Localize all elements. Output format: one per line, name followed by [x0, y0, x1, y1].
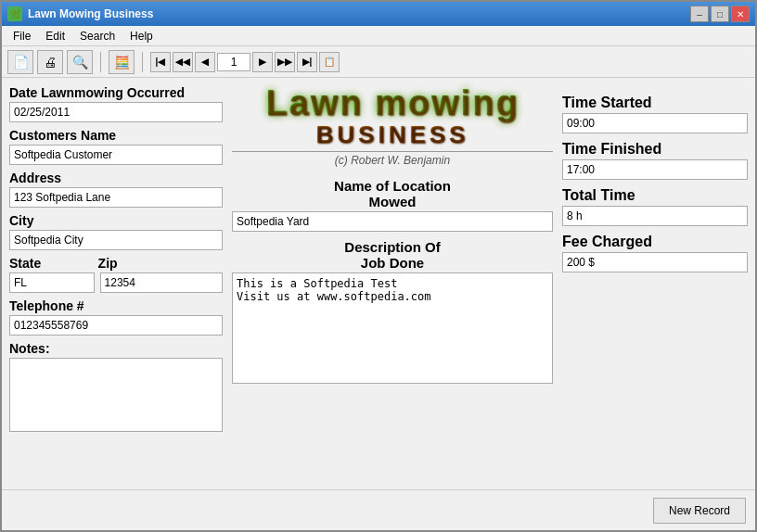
- new-button[interactable]: 📄: [7, 50, 33, 74]
- state-zip-section: State Zip: [9, 256, 223, 293]
- fee-charged-label: Fee Charged: [562, 234, 748, 250]
- date-input[interactable]: [9, 102, 223, 122]
- calc-button[interactable]: 🧮: [109, 50, 135, 74]
- location-section: Name of Location Mowed: [232, 178, 553, 232]
- telephone-input[interactable]: [9, 315, 223, 336]
- nav-controls: |◀ ◀◀ ◀ 1 ▶ ▶▶ ▶| 📋: [150, 52, 340, 72]
- address-section: Address: [9, 171, 223, 208]
- time-started-label: Time Started: [562, 95, 748, 111]
- right-column: Time Started Time Finished Total Time Fe…: [562, 85, 748, 482]
- main-window: 🌿 Lawn Mowing Business – □ ✕ File Edit S…: [0, 0, 757, 532]
- customers-name-label: Customers Name: [9, 128, 223, 143]
- city-label: City: [9, 213, 223, 228]
- fee-charged-input[interactable]: [562, 252, 748, 272]
- address-input[interactable]: [9, 187, 223, 208]
- nav-next-many-button[interactable]: ▶▶: [275, 52, 295, 72]
- window-title: Lawn Mowing Business: [28, 7, 690, 20]
- lawn-title: Lawn mowing: [265, 85, 519, 120]
- notes-label: Notes:: [9, 341, 223, 356]
- toolbar: 📄 🖨 🔍 🧮 |◀ ◀◀ ◀ 1 ▶ ▶▶ ▶| 📋: [2, 46, 755, 78]
- notes-section: Notes:: [9, 341, 223, 435]
- description-label: Description Of Job Done: [232, 239, 553, 271]
- telephone-label: Telephone #: [9, 298, 223, 313]
- time-started-section: Time Started: [562, 95, 748, 133]
- customers-name-section: Customers Name: [9, 128, 223, 165]
- menu-help[interactable]: Help: [122, 28, 160, 44]
- menu-bar: File Edit Search Help: [2, 26, 755, 46]
- customers-name-input[interactable]: [9, 145, 223, 165]
- nav-first-button[interactable]: |◀: [150, 52, 171, 72]
- toolbar-separator: [100, 52, 101, 72]
- address-label: Address: [9, 171, 223, 185]
- nav-prev-many-button[interactable]: ◀◀: [173, 52, 193, 72]
- maximize-button[interactable]: □: [711, 6, 729, 22]
- state-zip-labels: State Zip: [9, 256, 223, 272]
- main-content: Date Lawnmowing Occurred Customers Name …: [2, 78, 755, 489]
- print-button[interactable]: 🖨: [37, 50, 63, 74]
- menu-file[interactable]: File: [6, 28, 38, 44]
- bottom-bar: New Record: [2, 489, 755, 530]
- minimize-button[interactable]: –: [690, 6, 709, 22]
- state-zip-row: [9, 272, 223, 293]
- notes-textarea[interactable]: [9, 358, 223, 432]
- menu-search[interactable]: Search: [72, 28, 122, 44]
- total-time-input[interactable]: [562, 206, 748, 226]
- window-controls: – □ ✕: [690, 6, 750, 22]
- state-input[interactable]: [9, 272, 95, 293]
- left-column: Date Lawnmowing Occurred Customers Name …: [9, 85, 223, 482]
- toolbar-separator-2: [142, 52, 143, 72]
- new-record-button[interactable]: New Record: [653, 498, 746, 524]
- zip-input[interactable]: [100, 272, 223, 293]
- location-label: Name of Location Mowed: [232, 178, 553, 209]
- search-button[interactable]: 🔍: [67, 50, 93, 74]
- menu-edit[interactable]: Edit: [38, 28, 72, 44]
- date-label: Date Lawnmowing Occurred: [9, 85, 223, 100]
- total-time-section: Total Time: [562, 187, 748, 226]
- time-started-input[interactable]: [562, 113, 748, 133]
- center-fields: Name of Location Mowed Description Of Jo…: [232, 178, 553, 386]
- nav-new-record-nav-button[interactable]: 📋: [319, 52, 340, 72]
- business-title: BUSINESS: [316, 120, 469, 149]
- nav-next-button[interactable]: ▶: [252, 52, 273, 72]
- nav-page-input[interactable]: 1: [217, 53, 250, 71]
- time-finished-label: Time Finished: [562, 141, 748, 158]
- nav-prev-button[interactable]: ◀: [195, 52, 215, 72]
- telephone-section: Telephone #: [9, 298, 223, 336]
- time-finished-input[interactable]: [562, 159, 748, 180]
- description-section: Description Of Job Done This is a Softpe…: [232, 239, 553, 386]
- total-time-label: Total Time: [562, 187, 748, 204]
- nav-last-button[interactable]: ▶|: [297, 52, 317, 72]
- header-area: Lawn mowing BUSINESS (c) Robert W. Benja…: [232, 85, 553, 167]
- date-field-section: Date Lawnmowing Occurred: [9, 85, 223, 122]
- city-input[interactable]: [9, 230, 223, 250]
- subtitle: (c) Robert W. Benjamin: [232, 151, 553, 167]
- time-finished-section: Time Finished: [562, 141, 748, 180]
- app-icon: 🌿: [7, 6, 22, 21]
- description-textarea[interactable]: This is a Softpedia Test Visit us at www…: [232, 272, 553, 384]
- zip-label: Zip: [98, 256, 223, 271]
- center-column: Lawn mowing BUSINESS (c) Robert W. Benja…: [223, 85, 562, 482]
- close-button[interactable]: ✕: [731, 6, 750, 22]
- fee-charged-section: Fee Charged: [562, 234, 748, 272]
- city-section: City: [9, 213, 223, 250]
- state-label: State: [9, 256, 93, 271]
- title-bar: 🌿 Lawn Mowing Business – □ ✕: [2, 2, 755, 26]
- location-input[interactable]: [232, 211, 553, 232]
